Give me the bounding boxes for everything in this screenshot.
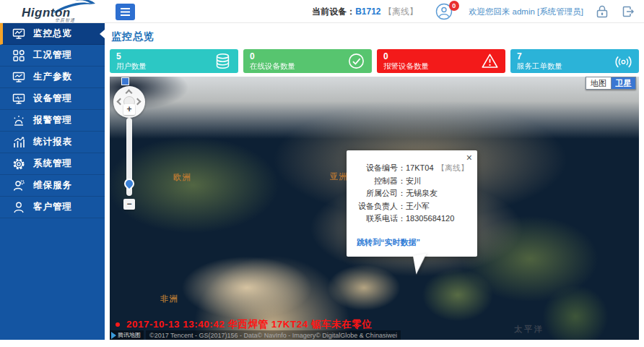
alert-dot-icon [116,322,120,327]
current-device-status: 【离线】 [383,7,418,17]
popup-field-value: 17KT04 [406,162,434,175]
stat-cards-row: 5 用户数量 0 在线设备数量 0 报警设备数量 [105,49,644,73]
popup-field-label: 控制器： [354,175,406,188]
current-device-label: 当前设备： [312,7,355,17]
map-label-pacific: 太平洋 [514,324,544,335]
maintenance-person-icon [12,179,25,192]
broadcast-icon [614,52,632,70]
popup-field-label: 联系电话： [354,213,406,226]
realtime-data-link[interactable]: 跳转到“实时数据” [357,237,420,248]
sidebar-item-maintenance-service[interactable]: 维保服务 [0,175,105,197]
popup-close-button[interactable]: × [466,153,472,163]
popup-row-phone: 联系电话： 18305684120 [354,213,470,226]
map-overview-toggle-icon[interactable] [121,77,129,85]
lock-icon [595,4,609,19]
main-content: 监控总览 5 用户数量 0 在线设备数量 0 报警设备数量 [105,23,644,347]
alarm-ticker[interactable]: 2017-10-13 13:40:42 华西焊管 17KT24 锯车未在零位 [116,318,372,331]
sidebar-item-label: 监控总览 [33,27,72,40]
monitor-params-icon [12,71,25,84]
sidebar-item-production-params[interactable]: 生产参数 [0,67,105,88]
popup-field-value: 无锡泉友 [406,187,438,200]
monitor-chart-icon [12,27,25,40]
stat-card-online-devices[interactable]: 0 在线设备数量 [243,49,372,73]
device-info-popup: × 设备编号： 17KT04 【离线】 控制器： 安川 所属公司： 无锡泉友 设… [347,150,477,257]
gear-icon [12,158,25,171]
sidebar-item-label: 统计报表 [33,136,72,148]
satellite-map[interactable]: 欧洲 亚洲 非洲 中 国 太平洋 + − 地图 [110,77,639,340]
tencent-logo-icon [111,332,116,339]
pan-up-icon[interactable] [126,90,133,97]
check-circle-icon [347,52,365,70]
sidebar-collapse-button[interactable] [116,4,135,20]
warning-triangle-icon [481,52,499,70]
sidebar-item-label: 生产参数 [33,71,72,83]
map-label-africa: 非洲 [160,294,179,304]
stat-card-alarm-devices[interactable]: 0 报警设备数量 [377,49,505,73]
lock-screen-button[interactable] [595,4,609,19]
sidebar-item-label: 报警管理 [33,114,72,127]
sidebar-item-statistics-report[interactable]: 统计报表 [0,132,105,153]
sidebar-item-alarm-management[interactable]: 报警管理 [0,110,105,132]
tencent-maps-logo: 腾讯地图 [110,330,144,340]
monitor-device-icon [12,93,25,106]
welcome-text: 欢迎您回来 admin [系统管理员] [469,7,583,17]
popup-row-owner: 设备负责人： 王小军 [354,200,470,213]
username: admin [513,7,538,16]
popup-row-company: 所属公司： 无锡泉友 [354,187,470,200]
map-type-map-button[interactable]: 地图 [586,77,611,90]
sidebar-nav: 监控总览 工况管理 生产参数 设备管理 报警管理 [0,23,105,340]
zoom-out-button[interactable]: − [123,199,135,210]
logo-subtext: 华辰智通 [55,17,75,24]
zoom-in-button[interactable]: + [123,104,135,115]
sidebar-item-system-management[interactable]: 系统管理 [0,153,105,175]
sidebar-item-label: 工况管理 [33,49,72,61]
map-type-toggle: 地图 卫星 [586,77,636,90]
hamburger-icon [121,8,130,16]
bar-chart-icon [12,136,25,149]
notification-badge: 0 [449,1,459,11]
map-type-satellite-button[interactable]: 卫星 [611,77,636,90]
popup-row-device-id: 设备编号： 17KT04 【离线】 [354,162,470,175]
user-role: [系统管理员] [537,7,583,16]
app-window: Hignton 华辰智通 当前设备：B1712 【离线】 [0,0,644,347]
popup-row-controller: 控制器： 安川 [354,175,470,188]
logout-button[interactable] [621,4,635,19]
map-attribution: 腾讯地图 ©2017 Tencent - GS(2017)156 - Data©… [110,330,401,340]
grid-icon [12,49,25,62]
map-label-europe: 欧洲 [173,172,192,183]
stat-card-service-orders[interactable]: 7 服务工单数量 [510,49,639,73]
header-right-cluster: 当前设备：B1712 【离线】 0 欢迎您回来 admin [系统管理员] [312,0,635,23]
sidebar-item-customer-management[interactable]: 客户管理 [0,197,105,218]
stat-card-users[interactable]: 5 用户数量 [110,49,238,73]
current-device-info: 当前设备：B1712 【离线】 [312,6,418,18]
popup-tail [413,253,430,274]
alarm-icon [12,114,25,127]
map-zoom-control: + − [121,104,137,210]
tencent-logo-text: 腾讯地图 [118,331,141,339]
popup-field-value: 18305684120 [406,213,454,226]
popup-field-label: 所属公司： [354,187,406,200]
page-title: 监控总览 [111,30,644,43]
sidebar-item-working-condition[interactable]: 工况管理 [0,45,105,67]
logout-icon [621,4,635,19]
popup-field-value: 安川 [406,175,422,188]
sidebar-item-device-management[interactable]: 设备管理 [0,88,105,110]
sidebar-item-label: 系统管理 [33,158,72,170]
alert-message: 2017-10-13 13:40:42 华西焊管 17KT24 锯车未在零位 [126,318,372,331]
attribution-text: ©2017 Tencent - GS(2017)156 - Data© NavI… [146,330,401,340]
welcome-label: 欢迎您回来 [469,7,513,16]
customer-person-icon [12,201,25,214]
popup-device-status: 【离线】 [437,162,470,175]
zoom-slider-track[interactable] [126,118,132,196]
user-notification-button[interactable]: 0 [435,3,453,20]
company-logo: Hignton 华辰智通 [17,1,104,22]
current-device-id: B1712 [355,7,380,17]
zoom-slider-knob[interactable] [122,176,136,191]
database-icon [214,52,232,70]
sidebar-item-label: 客户管理 [33,201,72,213]
popup-field-label: 设备编号： [354,162,406,175]
popup-field-value: 王小军 [406,200,430,213]
sidebar-item-monitor-overview[interactable]: 监控总览 [0,23,105,45]
sidebar-item-label: 设备管理 [33,93,72,105]
sidebar-item-label: 维保服务 [33,179,72,192]
